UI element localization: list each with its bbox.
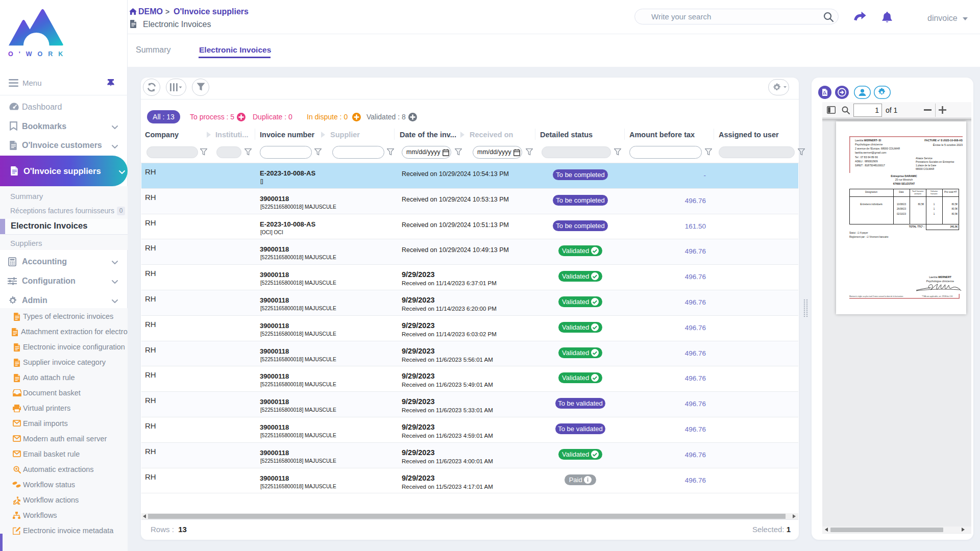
svg-text:O'WORK: O'WORK — [8, 51, 68, 58]
